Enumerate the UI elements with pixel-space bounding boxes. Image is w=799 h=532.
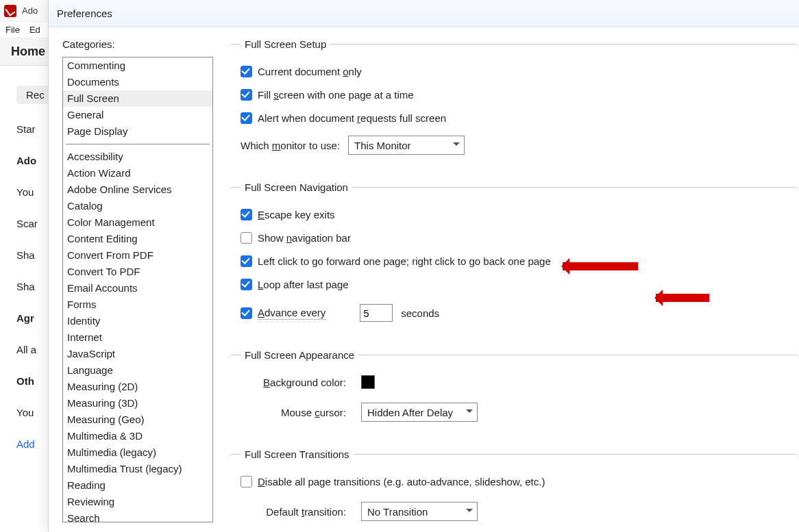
group-navigation: Full Screen Navigation Escape key exits … <box>228 181 799 334</box>
categories-label: Categories: <box>62 38 213 50</box>
group-setup: Full Screen Setup Current document only … <box>228 38 799 166</box>
chk-escape-exits[interactable] <box>241 209 252 220</box>
bg-title: Ado <box>22 5 38 16</box>
sidebar-heading-oth: Oth <box>16 375 34 387</box>
categories-list[interactable]: CommentingDocumentsFull ScreenGeneralPag… <box>62 57 213 522</box>
sidebar-starred[interactable]: Star <box>16 123 36 135</box>
sidebar-sha1[interactable]: Sha <box>16 249 35 261</box>
lbl-alert-fullscreen: Alert when document requests full screen <box>258 112 446 124</box>
chevron-down-icon <box>466 409 473 416</box>
lbl-loop: Loop after last page <box>258 279 349 290</box>
category-item[interactable]: Action Wizard <box>63 165 212 181</box>
category-item[interactable]: Reviewing <box>63 494 212 510</box>
sidebar-you1[interactable]: You <box>16 186 34 198</box>
legend-transitions: Full Screen Transitions <box>241 448 354 460</box>
category-item[interactable]: Multimedia & 3D <box>63 428 212 444</box>
preferences-dialog: Preferences Categories: CommentingDocume… <box>48 0 799 532</box>
annotation-arrow-loop <box>563 262 638 270</box>
legend-appearance: Full Screen Appearance <box>241 349 358 361</box>
category-item[interactable]: Convert To PDF <box>63 264 212 280</box>
lbl-default-transition: Default transition: <box>257 506 346 518</box>
bg-sidebar: Rec Star Ado You Scar Sha Sha Agr All a … <box>0 66 48 460</box>
adobe-icon <box>4 5 16 17</box>
select-mouse-cursor-value: Hidden After Delay <box>367 407 453 418</box>
chk-alert-fullscreen[interactable] <box>241 112 252 124</box>
category-item[interactable]: Email Accounts <box>63 280 212 296</box>
category-item[interactable]: Documents <box>63 74 212 90</box>
lbl-fill-screen: Fill screen with one page at a time <box>258 89 414 101</box>
category-item[interactable]: JavaScript <box>63 346 212 362</box>
category-item[interactable]: Content Editing <box>63 231 212 247</box>
menu-file[interactable]: File <box>5 25 20 35</box>
input-advance-seconds[interactable] <box>360 304 393 322</box>
annotation-arrow-seconds <box>656 294 709 302</box>
select-mouse-cursor[interactable]: Hidden After Delay <box>361 403 478 422</box>
category-item[interactable]: Color Management <box>63 214 212 231</box>
category-item[interactable]: Multimedia Trust (legacy) <box>63 461 212 477</box>
select-monitor[interactable]: This Monitor <box>348 136 465 155</box>
chk-advance-every[interactable] <box>241 307 252 319</box>
category-item[interactable]: Convert From PDF <box>63 247 212 264</box>
chk-disable-transitions[interactable] <box>241 476 252 487</box>
lbl-advance-every: Advance every <box>258 307 325 320</box>
category-item[interactable]: Multimedia (legacy) <box>63 444 212 461</box>
category-item[interactable]: Forms <box>63 296 212 313</box>
sidebar-alla[interactable]: All a <box>16 344 36 355</box>
chk-click-nav[interactable] <box>241 255 252 267</box>
lbl-seconds: seconds <box>401 307 439 319</box>
chk-current-document-only[interactable] <box>241 66 252 77</box>
category-item[interactable]: Page Display <box>63 123 212 140</box>
chevron-down-icon <box>453 142 460 149</box>
tab-home[interactable]: Home <box>11 45 45 59</box>
chevron-down-icon <box>466 509 473 516</box>
category-item[interactable]: Commenting <box>63 58 212 74</box>
lbl-disable-transitions: Disable all page transitions (e.g. auto-… <box>258 476 545 487</box>
category-item[interactable]: Reading <box>63 477 212 494</box>
lbl-mouse-cursor: Mouse cursor: <box>257 407 346 418</box>
sidebar-heading-agr: Agr <box>16 312 34 324</box>
chk-loop[interactable] <box>241 279 252 290</box>
category-item[interactable]: Full Screen <box>63 90 212 107</box>
category-item[interactable]: General <box>63 107 212 123</box>
sidebar-sha2[interactable]: Sha <box>16 281 35 292</box>
sidebar-you2[interactable]: You <box>16 407 34 418</box>
category-item[interactable]: Internet <box>63 329 212 346</box>
category-item[interactable]: Adobe Online Services <box>63 181 212 198</box>
lbl-bg-color: Background color: <box>257 377 346 388</box>
legend-navigation: Full Screen Navigation <box>241 181 352 193</box>
lbl-show-navbar: Show navigation bar <box>258 232 351 244</box>
select-monitor-value: This Monitor <box>354 140 411 151</box>
category-item[interactable]: Measuring (Geo) <box>63 411 212 428</box>
category-item[interactable]: Measuring (3D) <box>63 395 212 411</box>
lbl-which-monitor: Which monitor to use: <box>241 140 340 151</box>
select-default-transition[interactable]: No Transition <box>361 502 478 521</box>
category-item[interactable]: Search <box>63 510 212 522</box>
lbl-click-nav: Left click to go forward one page; right… <box>258 255 551 267</box>
sidebar-add-link[interactable]: Add <box>16 438 35 450</box>
sidebar-heading-adobe: Ado <box>16 155 36 166</box>
swatch-bg-color[interactable] <box>361 375 375 389</box>
dialog-title: Preferences <box>57 8 112 19</box>
lbl-escape-exits: Escape key exits <box>258 209 335 220</box>
category-item[interactable]: Catalog <box>63 198 212 214</box>
category-item[interactable]: Accessibility <box>63 149 212 165</box>
category-item[interactable]: Measuring (2D) <box>63 379 212 395</box>
sidebar-scan[interactable]: Scar <box>16 218 38 229</box>
lbl-current-document-only: Current document only <box>258 66 362 77</box>
chk-fill-screen[interactable] <box>241 89 252 101</box>
group-appearance: Full Screen Appearance Background color:… <box>228 349 799 433</box>
legend-setup: Full Screen Setup <box>241 38 330 50</box>
category-item[interactable]: Language <box>63 362 212 379</box>
menu-edit[interactable]: Ed <box>29 25 40 35</box>
dialog-titlebar: Preferences <box>49 0 799 27</box>
category-item[interactable]: Identity <box>63 313 212 329</box>
group-transitions: Full Screen Transitions Disable all page… <box>228 448 799 532</box>
chk-show-navbar[interactable] <box>241 232 252 244</box>
select-default-transition-value: No Transition <box>367 506 428 518</box>
